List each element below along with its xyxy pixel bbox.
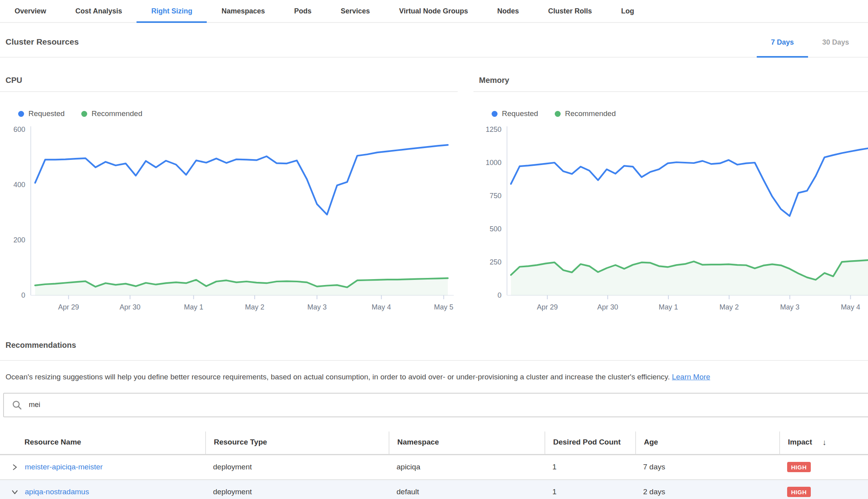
search-box[interactable]: [3, 393, 868, 417]
search-input[interactable]: [28, 400, 864, 409]
cluster-resources-title: Cluster Resources: [6, 23, 79, 57]
column-header-desired-pod-count[interactable]: Desired Pod Count: [544, 431, 635, 454]
legend-requested: Requested: [492, 109, 538, 118]
svg-text:1250: 1250: [486, 126, 501, 133]
svg-text:May 4: May 4: [841, 303, 860, 311]
impact-badge: HIGH: [787, 462, 811, 472]
tab-cluster-rolls[interactable]: Cluster Rolls: [533, 0, 606, 22]
svg-text:0: 0: [21, 291, 25, 299]
svg-text:Apr 29: Apr 29: [58, 303, 79, 311]
desired-pod-count-cell: 1: [544, 463, 635, 471]
memory-chart-title: Memory: [473, 58, 868, 92]
svg-text:Apr 30: Apr 30: [597, 303, 618, 311]
recommendations-title: Recommendations: [0, 312, 868, 361]
chevron-right-icon[interactable]: [11, 463, 19, 471]
column-header-impact[interactable]: Impact ↓: [779, 431, 868, 454]
svg-text:0: 0: [498, 291, 501, 299]
cpu-chart-title: CPU: [0, 58, 458, 92]
recommendations-description-text: Ocean's resizing suggestions will help y…: [6, 373, 670, 381]
range-30-days[interactable]: 30 Days: [808, 23, 863, 58]
impact-badge: HIGH: [787, 487, 811, 497]
column-header-resource-type[interactable]: Resource Type: [205, 431, 389, 454]
tab-right-sizing[interactable]: Right Sizing: [137, 0, 207, 22]
svg-text:May 1: May 1: [184, 303, 203, 311]
cluster-resources-header: Cluster Resources 7 Days 30 Days: [0, 23, 868, 58]
table-row[interactable]: apiqa-nostradamus deployment default 1 2…: [0, 480, 868, 499]
svg-text:Apr 30: Apr 30: [120, 303, 140, 311]
tab-namespaces[interactable]: Namespaces: [207, 0, 279, 22]
legend-recommended: Recommended: [555, 109, 616, 118]
sort-descending-icon[interactable]: ↓: [822, 438, 826, 447]
svg-text:May 2: May 2: [719, 303, 739, 311]
charts-row: CPU Requested Recommended 6004002000Apr …: [0, 58, 868, 312]
cpu-chart-panel: CPU Requested Recommended 6004002000Apr …: [0, 58, 458, 312]
svg-text:May 2: May 2: [245, 303, 264, 311]
recommendations-description: Ocean's resizing suggestions will help y…: [0, 361, 868, 383]
svg-text:400: 400: [13, 181, 25, 189]
learn-more-link[interactable]: Learn More: [672, 373, 710, 381]
impact-header-label: Impact: [788, 438, 812, 446]
legend-recommended-label: Recommended: [92, 109, 142, 118]
legend-requested: Requested: [18, 109, 65, 118]
tab-log[interactable]: Log: [606, 0, 649, 22]
svg-text:500: 500: [490, 225, 501, 233]
resource-name-link[interactable]: apiqa-nostradamus: [25, 488, 89, 496]
tab-services[interactable]: Services: [326, 0, 385, 22]
resource-type-cell: deployment: [205, 488, 389, 496]
svg-text:May 4: May 4: [372, 303, 391, 311]
search-icon: [12, 400, 22, 410]
legend-recommended-label: Recommended: [565, 109, 616, 118]
chevron-down-icon[interactable]: [11, 488, 19, 496]
age-cell: 7 days: [635, 463, 779, 471]
svg-text:600: 600: [13, 126, 25, 133]
recommended-dot-icon: [81, 111, 87, 117]
tab-pods[interactable]: Pods: [280, 0, 326, 22]
memory-chart: 125010007505002500Apr 29Apr 30May 1May 2…: [473, 124, 868, 312]
svg-text:May 5: May 5: [434, 303, 453, 311]
svg-text:Apr 29: Apr 29: [537, 303, 558, 311]
tab-virtual-node-groups[interactable]: Virtual Node Groups: [385, 0, 483, 22]
legend-requested-label: Requested: [502, 109, 538, 118]
resource-type-cell: deployment: [205, 463, 389, 471]
cpu-chart-legend: Requested Recommended: [18, 109, 458, 118]
desired-pod-count-cell: 1: [544, 488, 635, 496]
memory-chart-panel: Memory Requested Recommended 12501000750…: [473, 58, 868, 312]
tab-nodes[interactable]: Nodes: [483, 0, 533, 22]
svg-text:May 3: May 3: [780, 303, 799, 311]
legend-requested-label: Requested: [28, 109, 65, 118]
tab-overview[interactable]: Overview: [0, 0, 61, 22]
column-header-age[interactable]: Age: [635, 431, 779, 454]
resource-name-link[interactable]: meister-apiciqa-meister: [25, 463, 103, 471]
svg-text:250: 250: [490, 258, 501, 266]
table-row[interactable]: meister-apiciqa-meister deployment apici…: [0, 455, 868, 480]
recommended-dot-icon: [555, 111, 561, 117]
svg-text:May 3: May 3: [307, 303, 327, 311]
memory-chart-legend: Requested Recommended: [492, 109, 868, 118]
column-header-resource-name[interactable]: Resource Name: [0, 431, 205, 454]
impact-cell: HIGH: [779, 462, 868, 472]
time-range-toggle: 7 Days 30 Days: [757, 23, 863, 57]
namespace-cell: default: [389, 488, 544, 496]
requested-dot-icon: [492, 111, 498, 117]
legend-recommended: Recommended: [81, 109, 142, 118]
top-tab-bar: Overview Cost Analysis Right Sizing Name…: [0, 0, 868, 23]
cpu-chart: 6004002000Apr 29Apr 30May 1May 2May 3May…: [0, 124, 454, 312]
svg-text:May 1: May 1: [659, 303, 678, 311]
tab-cost-analysis[interactable]: Cost Analysis: [61, 0, 137, 22]
svg-text:200: 200: [13, 236, 25, 244]
column-header-namespace[interactable]: Namespace: [389, 431, 544, 454]
svg-text:750: 750: [490, 192, 501, 200]
requested-dot-icon: [18, 111, 24, 117]
range-7-days[interactable]: 7 Days: [757, 23, 808, 58]
recommendations-table: Resource Name Resource Type Namespace De…: [0, 431, 868, 499]
impact-cell: HIGH: [779, 487, 868, 497]
table-header-row: Resource Name Resource Type Namespace De…: [0, 431, 868, 455]
age-cell: 2 days: [635, 488, 779, 496]
namespace-cell: apiciqa: [389, 463, 544, 471]
resource-name-cell: apiqa-nostradamus: [0, 488, 205, 496]
svg-text:1000: 1000: [486, 159, 501, 167]
resource-name-cell: meister-apiciqa-meister: [0, 463, 205, 471]
